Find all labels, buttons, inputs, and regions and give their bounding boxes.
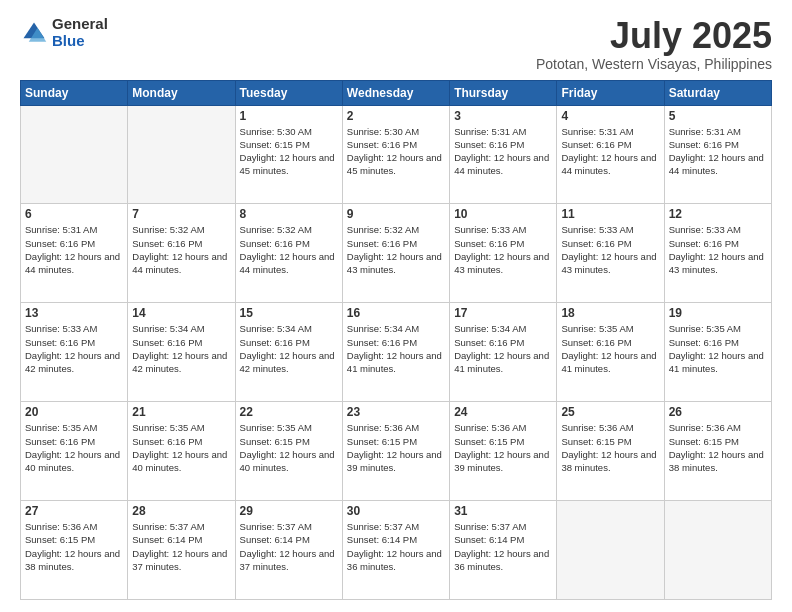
calendar-cell: 11Sunrise: 5:33 AMSunset: 6:16 PMDayligh… [557,204,664,303]
calendar-cell: 19Sunrise: 5:35 AMSunset: 6:16 PMDayligh… [664,303,771,402]
day-info: Sunrise: 5:31 AMSunset: 6:16 PMDaylight:… [561,125,659,178]
page: General Blue July 2025 Pototan, Western … [0,0,792,612]
day-number: 29 [240,504,338,518]
calendar-cell: 29Sunrise: 5:37 AMSunset: 6:14 PMDayligh… [235,501,342,600]
calendar-week-row: 20Sunrise: 5:35 AMSunset: 6:16 PMDayligh… [21,402,772,501]
day-number: 5 [669,109,767,123]
day-number: 21 [132,405,230,419]
logo-general: General [52,16,108,33]
day-info: Sunrise: 5:33 AMSunset: 6:16 PMDaylight:… [669,223,767,276]
day-info: Sunrise: 5:30 AMSunset: 6:15 PMDaylight:… [240,125,338,178]
calendar-cell: 23Sunrise: 5:36 AMSunset: 6:15 PMDayligh… [342,402,449,501]
calendar-cell [21,105,128,204]
day-number: 11 [561,207,659,221]
calendar-week-row: 6Sunrise: 5:31 AMSunset: 6:16 PMDaylight… [21,204,772,303]
day-info: Sunrise: 5:36 AMSunset: 6:15 PMDaylight:… [347,421,445,474]
day-number: 30 [347,504,445,518]
day-number: 20 [25,405,123,419]
day-number: 23 [347,405,445,419]
day-info: Sunrise: 5:37 AMSunset: 6:14 PMDaylight:… [454,520,552,573]
day-number: 12 [669,207,767,221]
logo-text: General Blue [52,16,108,49]
calendar-cell: 5Sunrise: 5:31 AMSunset: 6:16 PMDaylight… [664,105,771,204]
day-info: Sunrise: 5:34 AMSunset: 6:16 PMDaylight:… [454,322,552,375]
day-number: 25 [561,405,659,419]
day-info: Sunrise: 5:36 AMSunset: 6:15 PMDaylight:… [669,421,767,474]
calendar-cell: 24Sunrise: 5:36 AMSunset: 6:15 PMDayligh… [450,402,557,501]
day-number: 28 [132,504,230,518]
logo-icon [20,19,48,47]
calendar-cell: 15Sunrise: 5:34 AMSunset: 6:16 PMDayligh… [235,303,342,402]
day-number: 26 [669,405,767,419]
day-number: 15 [240,306,338,320]
calendar-cell [128,105,235,204]
day-number: 3 [454,109,552,123]
calendar-cell: 10Sunrise: 5:33 AMSunset: 6:16 PMDayligh… [450,204,557,303]
calendar-cell: 16Sunrise: 5:34 AMSunset: 6:16 PMDayligh… [342,303,449,402]
day-info: Sunrise: 5:33 AMSunset: 6:16 PMDaylight:… [25,322,123,375]
day-info: Sunrise: 5:33 AMSunset: 6:16 PMDaylight:… [561,223,659,276]
day-number: 31 [454,504,552,518]
day-number: 8 [240,207,338,221]
calendar-cell: 26Sunrise: 5:36 AMSunset: 6:15 PMDayligh… [664,402,771,501]
day-info: Sunrise: 5:37 AMSunset: 6:14 PMDaylight:… [347,520,445,573]
day-info: Sunrise: 5:35 AMSunset: 6:16 PMDaylight:… [561,322,659,375]
calendar-cell: 20Sunrise: 5:35 AMSunset: 6:16 PMDayligh… [21,402,128,501]
day-info: Sunrise: 5:34 AMSunset: 6:16 PMDaylight:… [240,322,338,375]
day-info: Sunrise: 5:36 AMSunset: 6:15 PMDaylight:… [561,421,659,474]
day-info: Sunrise: 5:32 AMSunset: 6:16 PMDaylight:… [347,223,445,276]
calendar-cell: 27Sunrise: 5:36 AMSunset: 6:15 PMDayligh… [21,501,128,600]
day-number: 24 [454,405,552,419]
day-info: Sunrise: 5:36 AMSunset: 6:15 PMDaylight:… [25,520,123,573]
day-info: Sunrise: 5:30 AMSunset: 6:16 PMDaylight:… [347,125,445,178]
day-info: Sunrise: 5:34 AMSunset: 6:16 PMDaylight:… [347,322,445,375]
calendar-cell [664,501,771,600]
calendar-cell: 22Sunrise: 5:35 AMSunset: 6:15 PMDayligh… [235,402,342,501]
calendar-cell [557,501,664,600]
day-info: Sunrise: 5:31 AMSunset: 6:16 PMDaylight:… [669,125,767,178]
calendar-cell: 14Sunrise: 5:34 AMSunset: 6:16 PMDayligh… [128,303,235,402]
day-info: Sunrise: 5:31 AMSunset: 6:16 PMDaylight:… [454,125,552,178]
calendar-cell: 2Sunrise: 5:30 AMSunset: 6:16 PMDaylight… [342,105,449,204]
day-info: Sunrise: 5:35 AMSunset: 6:16 PMDaylight:… [669,322,767,375]
calendar-day-header: Tuesday [235,80,342,105]
header: General Blue July 2025 Pototan, Western … [20,16,772,72]
calendar-cell: 12Sunrise: 5:33 AMSunset: 6:16 PMDayligh… [664,204,771,303]
calendar-cell: 18Sunrise: 5:35 AMSunset: 6:16 PMDayligh… [557,303,664,402]
calendar-cell: 3Sunrise: 5:31 AMSunset: 6:16 PMDaylight… [450,105,557,204]
logo: General Blue [20,16,108,49]
day-number: 1 [240,109,338,123]
calendar-cell: 25Sunrise: 5:36 AMSunset: 6:15 PMDayligh… [557,402,664,501]
day-number: 27 [25,504,123,518]
calendar-cell: 21Sunrise: 5:35 AMSunset: 6:16 PMDayligh… [128,402,235,501]
title-area: July 2025 Pototan, Western Visayas, Phil… [536,16,772,72]
day-info: Sunrise: 5:37 AMSunset: 6:14 PMDaylight:… [240,520,338,573]
calendar-day-header: Monday [128,80,235,105]
day-number: 6 [25,207,123,221]
day-info: Sunrise: 5:36 AMSunset: 6:15 PMDaylight:… [454,421,552,474]
subtitle: Pototan, Western Visayas, Philippines [536,56,772,72]
main-title: July 2025 [536,16,772,56]
calendar-week-row: 13Sunrise: 5:33 AMSunset: 6:16 PMDayligh… [21,303,772,402]
calendar-cell: 28Sunrise: 5:37 AMSunset: 6:14 PMDayligh… [128,501,235,600]
calendar-week-row: 27Sunrise: 5:36 AMSunset: 6:15 PMDayligh… [21,501,772,600]
day-number: 9 [347,207,445,221]
day-info: Sunrise: 5:35 AMSunset: 6:16 PMDaylight:… [132,421,230,474]
day-number: 10 [454,207,552,221]
calendar-cell: 30Sunrise: 5:37 AMSunset: 6:14 PMDayligh… [342,501,449,600]
calendar-cell: 9Sunrise: 5:32 AMSunset: 6:16 PMDaylight… [342,204,449,303]
calendar-cell: 8Sunrise: 5:32 AMSunset: 6:16 PMDaylight… [235,204,342,303]
day-number: 22 [240,405,338,419]
day-number: 17 [454,306,552,320]
day-number: 13 [25,306,123,320]
day-number: 18 [561,306,659,320]
calendar-day-header: Sunday [21,80,128,105]
calendar-week-row: 1Sunrise: 5:30 AMSunset: 6:15 PMDaylight… [21,105,772,204]
day-number: 16 [347,306,445,320]
day-number: 19 [669,306,767,320]
calendar-cell: 31Sunrise: 5:37 AMSunset: 6:14 PMDayligh… [450,501,557,600]
calendar-cell: 4Sunrise: 5:31 AMSunset: 6:16 PMDaylight… [557,105,664,204]
calendar-cell: 13Sunrise: 5:33 AMSunset: 6:16 PMDayligh… [21,303,128,402]
day-number: 2 [347,109,445,123]
day-info: Sunrise: 5:35 AMSunset: 6:16 PMDaylight:… [25,421,123,474]
